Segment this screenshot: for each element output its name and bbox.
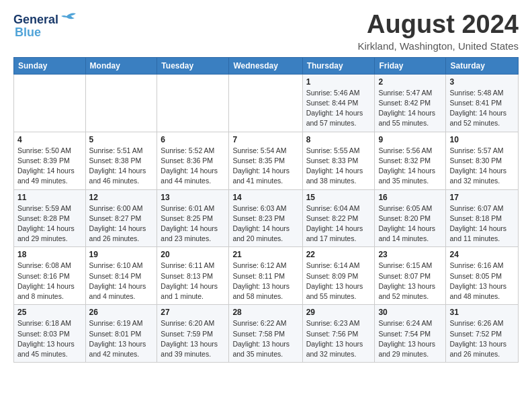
day-number: 28 [232, 308, 298, 317]
day-info: Sunrise: 6:15 AM Sunset: 8:07 PM Dayligh… [378, 261, 442, 302]
day-info: Sunrise: 5:57 AM Sunset: 8:30 PM Dayligh… [449, 146, 515, 187]
day-info: Sunrise: 5:47 AM Sunset: 8:42 PM Dayligh… [378, 88, 442, 129]
day-number: 16 [378, 193, 442, 202]
week-row-4: 25Sunrise: 6:18 AM Sunset: 8:03 PM Dayli… [14, 305, 519, 363]
day-info: Sunrise: 6:20 AM Sunset: 7:59 PM Dayligh… [161, 318, 225, 359]
day-info: Sunrise: 5:50 AM Sunset: 8:39 PM Dayligh… [17, 146, 82, 187]
day-number: 7 [232, 135, 298, 144]
day-number: 21 [232, 250, 298, 259]
col-sunday: Sunday [14, 57, 86, 74]
day-cell: 8Sunrise: 5:55 AM Sunset: 8:33 PM Daylig… [302, 132, 375, 189]
page-title: August 2024 [357, 11, 519, 39]
day-cell: 6Sunrise: 5:52 AM Sunset: 8:36 PM Daylig… [157, 132, 229, 189]
day-cell [157, 74, 229, 132]
day-info: Sunrise: 6:16 AM Sunset: 8:05 PM Dayligh… [449, 261, 515, 302]
day-cell: 27Sunrise: 6:20 AM Sunset: 7:59 PM Dayli… [157, 305, 229, 363]
col-friday: Friday [375, 57, 446, 74]
header-row: Sunday Monday Tuesday Wednesday Thursday… [14, 57, 519, 74]
calendar-header: Sunday Monday Tuesday Wednesday Thursday… [14, 57, 519, 74]
day-cell: 4Sunrise: 5:50 AM Sunset: 8:39 PM Daylig… [14, 132, 86, 189]
col-monday: Monday [85, 57, 157, 74]
week-row-3: 18Sunrise: 6:08 AM Sunset: 8:16 PM Dayli… [14, 247, 519, 305]
day-number: 24 [449, 250, 515, 259]
day-info: Sunrise: 5:59 AM Sunset: 8:28 PM Dayligh… [17, 203, 82, 244]
day-number: 25 [17, 308, 82, 317]
col-tuesday: Tuesday [157, 57, 229, 74]
day-number: 23 [378, 250, 442, 259]
day-number: 19 [89, 250, 154, 259]
day-number: 8 [306, 135, 371, 144]
day-cell: 14Sunrise: 6:03 AM Sunset: 8:23 PM Dayli… [229, 189, 302, 247]
day-number: 29 [306, 308, 371, 317]
day-cell: 3Sunrise: 5:48 AM Sunset: 8:41 PM Daylig… [446, 74, 519, 132]
day-number: 2 [378, 77, 442, 87]
day-cell: 7Sunrise: 5:54 AM Sunset: 8:35 PM Daylig… [229, 132, 302, 189]
day-info: Sunrise: 6:26 AM Sunset: 7:52 PM Dayligh… [449, 318, 515, 359]
day-cell: 21Sunrise: 6:12 AM Sunset: 8:11 PM Dayli… [229, 247, 302, 305]
day-cell: 10Sunrise: 5:57 AM Sunset: 8:30 PM Dayli… [446, 132, 519, 189]
day-number: 9 [378, 135, 442, 144]
day-cell: 28Sunrise: 6:22 AM Sunset: 7:58 PM Dayli… [229, 305, 302, 363]
day-info: Sunrise: 6:04 AM Sunset: 8:22 PM Dayligh… [306, 203, 371, 244]
col-saturday: Saturday [446, 57, 519, 74]
day-info: Sunrise: 6:19 AM Sunset: 8:01 PM Dayligh… [89, 318, 154, 359]
day-cell: 23Sunrise: 6:15 AM Sunset: 8:07 PM Dayli… [375, 247, 446, 305]
day-info: Sunrise: 6:24 AM Sunset: 7:54 PM Dayligh… [378, 318, 442, 359]
week-row-1: 4Sunrise: 5:50 AM Sunset: 8:39 PM Daylig… [14, 132, 519, 189]
title-area: August 2024 Kirkland, Washington, United… [357, 11, 519, 52]
day-cell: 22Sunrise: 6:14 AM Sunset: 8:09 PM Dayli… [302, 247, 375, 305]
day-number: 6 [161, 135, 225, 144]
day-cell: 11Sunrise: 5:59 AM Sunset: 8:28 PM Dayli… [14, 189, 86, 247]
day-number: 17 [449, 193, 515, 202]
day-cell: 1Sunrise: 5:46 AM Sunset: 8:44 PM Daylig… [302, 74, 375, 132]
header: General Blue August 2024 Kirkland, Washi… [13, 11, 519, 52]
day-number: 20 [161, 250, 225, 259]
col-thursday: Thursday [302, 57, 375, 74]
logo-general-text: General [13, 13, 58, 27]
day-info: Sunrise: 5:46 AM Sunset: 8:44 PM Dayligh… [306, 88, 371, 129]
day-cell: 20Sunrise: 6:11 AM Sunset: 8:13 PM Dayli… [157, 247, 229, 305]
day-number: 10 [449, 135, 515, 144]
day-info: Sunrise: 6:00 AM Sunset: 8:27 PM Dayligh… [89, 203, 154, 244]
page-subtitle: Kirkland, Washington, United States [357, 40, 519, 52]
day-number: 30 [378, 308, 442, 317]
logo-bird-icon [60, 11, 77, 26]
day-number: 27 [161, 308, 225, 317]
day-cell [85, 74, 157, 132]
day-cell [14, 74, 86, 132]
day-info: Sunrise: 5:55 AM Sunset: 8:33 PM Dayligh… [306, 146, 371, 187]
day-info: Sunrise: 6:01 AM Sunset: 8:25 PM Dayligh… [161, 203, 225, 244]
day-info: Sunrise: 6:08 AM Sunset: 8:16 PM Dayligh… [17, 261, 82, 302]
day-info: Sunrise: 6:12 AM Sunset: 8:11 PM Dayligh… [232, 261, 298, 302]
day-number: 15 [306, 193, 371, 202]
day-cell [229, 74, 302, 132]
day-number: 3 [449, 77, 515, 87]
day-cell: 25Sunrise: 6:18 AM Sunset: 8:03 PM Dayli… [14, 305, 86, 363]
day-number: 14 [232, 193, 298, 202]
day-info: Sunrise: 6:22 AM Sunset: 7:58 PM Dayligh… [232, 318, 298, 359]
day-cell: 13Sunrise: 6:01 AM Sunset: 8:25 PM Dayli… [157, 189, 229, 247]
day-number: 31 [449, 308, 515, 317]
day-cell: 26Sunrise: 6:19 AM Sunset: 8:01 PM Dayli… [85, 305, 157, 363]
day-cell: 5Sunrise: 5:51 AM Sunset: 8:38 PM Daylig… [85, 132, 157, 189]
day-info: Sunrise: 6:03 AM Sunset: 8:23 PM Dayligh… [232, 203, 298, 244]
day-info: Sunrise: 6:18 AM Sunset: 8:03 PM Dayligh… [17, 318, 82, 359]
day-number: 18 [17, 250, 82, 259]
day-cell: 12Sunrise: 6:00 AM Sunset: 8:27 PM Dayli… [85, 189, 157, 247]
day-info: Sunrise: 5:54 AM Sunset: 8:35 PM Dayligh… [232, 146, 298, 187]
day-cell: 30Sunrise: 6:24 AM Sunset: 7:54 PM Dayli… [375, 305, 446, 363]
day-number: 26 [89, 308, 154, 317]
day-info: Sunrise: 5:56 AM Sunset: 8:32 PM Dayligh… [378, 146, 442, 187]
day-info: Sunrise: 6:23 AM Sunset: 7:56 PM Dayligh… [306, 318, 371, 359]
day-number: 11 [17, 193, 82, 202]
day-info: Sunrise: 6:11 AM Sunset: 8:13 PM Dayligh… [161, 261, 225, 302]
day-cell: 9Sunrise: 5:56 AM Sunset: 8:32 PM Daylig… [375, 132, 446, 189]
day-number: 12 [89, 193, 154, 202]
day-info: Sunrise: 5:52 AM Sunset: 8:36 PM Dayligh… [161, 146, 225, 187]
day-info: Sunrise: 6:05 AM Sunset: 8:20 PM Dayligh… [378, 203, 442, 244]
day-info: Sunrise: 5:51 AM Sunset: 8:38 PM Dayligh… [89, 146, 154, 187]
day-number: 4 [17, 135, 82, 144]
day-cell: 16Sunrise: 6:05 AM Sunset: 8:20 PM Dayli… [375, 189, 446, 247]
day-cell: 19Sunrise: 6:10 AM Sunset: 8:14 PM Dayli… [85, 247, 157, 305]
day-cell: 2Sunrise: 5:47 AM Sunset: 8:42 PM Daylig… [375, 74, 446, 132]
